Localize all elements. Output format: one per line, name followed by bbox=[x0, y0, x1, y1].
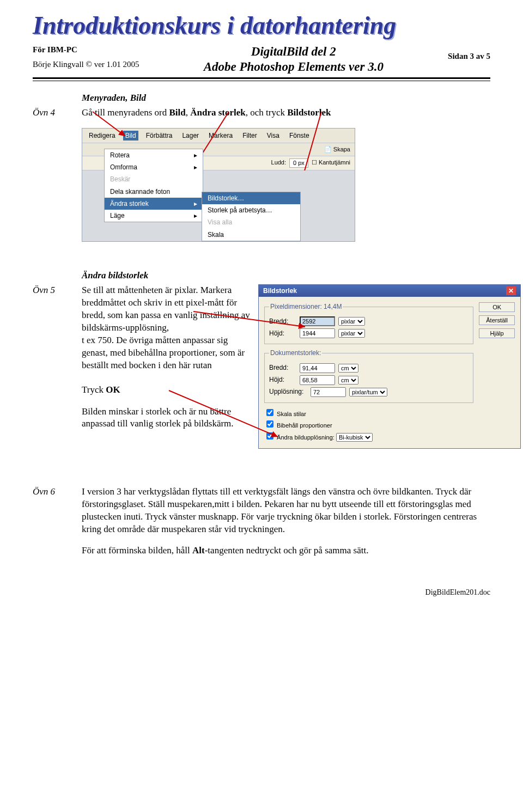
page-number: Sidan 3 av 5 bbox=[448, 52, 490, 61]
exercise-6: Övn 6 I version 3 har verktygslådan flyt… bbox=[33, 486, 490, 566]
t: Bildstorlek bbox=[287, 107, 331, 118]
ovn6-label: Övn 6 bbox=[33, 486, 82, 566]
section-title-menyraden: Menyraden, Bild bbox=[82, 92, 490, 105]
chk-andra-label: Ändra bildupplösning: bbox=[277, 434, 335, 441]
dialog-help-button: Hjälp bbox=[479, 328, 515, 338]
double-rule bbox=[33, 77, 490, 81]
chk-prop bbox=[266, 420, 273, 428]
dialog-title: Bildstorlek bbox=[263, 287, 297, 295]
uppl-label: Upplösning: bbox=[269, 387, 307, 396]
header-row: För IBM-PC Börje Klingvall © ver 1.01 20… bbox=[33, 44, 490, 74]
menu-fonster: Fönste bbox=[287, 131, 312, 141]
exercise-4: Övn 4 Gå till menyradens ord Bild, Ändra… bbox=[33, 107, 490, 119]
doc-hojd-input bbox=[300, 375, 335, 385]
pixeldim-legend: Pixeldimensioner: 14,4M bbox=[269, 302, 343, 311]
doc-hojd-unit: cm bbox=[338, 376, 358, 384]
dd-lage: Läge▸ bbox=[105, 210, 203, 222]
hojd-unit: pixlar bbox=[338, 329, 365, 338]
close-icon: ✕ bbox=[506, 286, 516, 295]
t: Tryck bbox=[82, 384, 106, 395]
menu-visa: Visa bbox=[265, 131, 282, 141]
dd-andra-storlek: Ändra storlek▸ bbox=[105, 198, 203, 210]
uppl-unit: pixlar/tum bbox=[349, 388, 387, 396]
t: , bbox=[186, 107, 191, 118]
ludd-value: 0 px bbox=[289, 158, 308, 168]
exercise-5: Övn 5 Se till att måttenheten är pixlar.… bbox=[33, 284, 490, 464]
doc-bredd-label: Bredd: bbox=[269, 363, 296, 372]
menu-bild: Bild bbox=[123, 131, 138, 141]
ovn5-label: Övn 5 bbox=[33, 284, 82, 464]
bredd-input bbox=[300, 316, 335, 326]
chk-skala-label: Skala stilar bbox=[277, 411, 306, 417]
toolbar-skapa: Skapa bbox=[333, 146, 350, 152]
resample-select: Bi-kubisk bbox=[336, 433, 373, 442]
dialog-ok-button: OK bbox=[479, 302, 515, 312]
t: Gå till menyradens ord bbox=[82, 107, 169, 118]
ovn6-body: I version 3 har verktygslådan flyttats t… bbox=[82, 486, 490, 536]
chk-skala bbox=[266, 409, 273, 416]
doc-title-line1: DigitalBild del 2 bbox=[204, 44, 384, 59]
menu-forbattra: Förbättra bbox=[144, 131, 175, 141]
dd-dela: Dela skannade foton bbox=[105, 186, 203, 198]
menu-redigera: Redigera bbox=[87, 131, 118, 141]
ovn5-para: Se till att måttenheten är pixlar. Marke… bbox=[82, 284, 251, 372]
ludd-label: Ludd: bbox=[271, 158, 287, 168]
section-title-andra: Ändra bildstorlek bbox=[82, 270, 490, 282]
hojd-input bbox=[300, 328, 335, 338]
ovn4-label: Övn 4 bbox=[33, 107, 82, 119]
dd-beskar: Beskär bbox=[105, 173, 203, 185]
screenshot-menu: Redigera Bild Förbättra Lager Markera Fi… bbox=[82, 128, 355, 242]
menu-markera: Markera bbox=[206, 131, 235, 141]
menu-lager: Lager bbox=[180, 131, 201, 141]
sub-skala: Skala bbox=[202, 229, 300, 241]
hojd-label: Höjd: bbox=[269, 329, 296, 338]
bredd-unit: pixlar bbox=[338, 317, 365, 326]
doc-legend: Dokumentstorlek: bbox=[269, 349, 322, 357]
t: OK bbox=[106, 384, 120, 395]
menu-filter: Filter bbox=[240, 131, 259, 141]
t: Ändra storlek bbox=[190, 107, 246, 118]
doc-bredd-unit: cm bbox=[338, 364, 358, 373]
footer-filename: DigBildElem201.doc bbox=[33, 588, 490, 597]
chk-andra bbox=[266, 432, 273, 439]
ovn4-text: Gå till menyradens ord Bild, Ändra storl… bbox=[82, 107, 490, 119]
doc-hojd-label: Höjd: bbox=[269, 375, 296, 384]
chk-prop-label: Bibehåll proportioner bbox=[277, 422, 332, 429]
dialog-reset-button: Återställ bbox=[479, 315, 515, 325]
ovn5-result: Bilden minskar i storlek och är nu bättr… bbox=[82, 406, 251, 431]
bredd-label: Bredd: bbox=[269, 317, 296, 326]
doc-bredd-input bbox=[300, 363, 335, 373]
kant-label: Kantutjämni bbox=[319, 159, 350, 166]
dd-omforma: Omforma▸ bbox=[105, 161, 203, 173]
sub-visa-alla: Visa alla bbox=[202, 216, 300, 228]
header-left-line1: För IBM-PC bbox=[33, 44, 139, 56]
uppl-input bbox=[311, 387, 346, 397]
header-left-line2: Börje Klingvall © ver 1.01 2005 bbox=[33, 59, 139, 70]
t: , och tryck bbox=[246, 107, 287, 118]
page-title: Introduktionskurs i datorhantering bbox=[33, 11, 490, 40]
t: Bild bbox=[169, 107, 186, 118]
dd-rotera: Rotera▸ bbox=[105, 149, 203, 161]
sub-bildstorlek: Bildstorlek… bbox=[202, 192, 300, 204]
screenshot-dialog: Bildstorlek✕ Pixeldimensioner: 14,4M Bre… bbox=[258, 284, 521, 449]
doc-title-line2: Adobe Photoshop Elements ver 3.0 bbox=[204, 59, 384, 75]
sub-arbetsyta: Storlek på arbetsyta… bbox=[202, 204, 300, 216]
ovn6-tail: För att förminska bilden, håll Alt-tange… bbox=[82, 545, 490, 557]
